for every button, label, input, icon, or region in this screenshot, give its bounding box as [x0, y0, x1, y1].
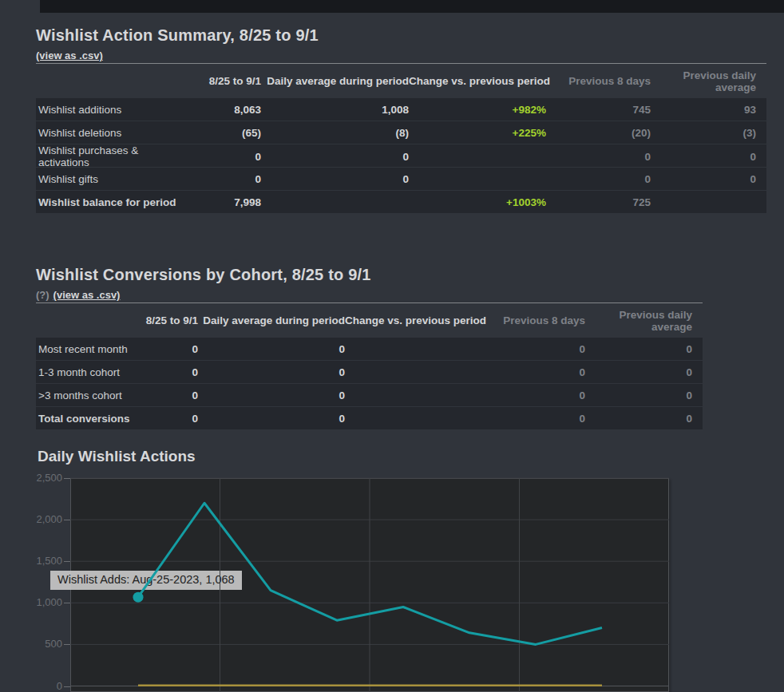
cohort-view-csv-link[interactable]: (view as .csv) — [53, 289, 121, 301]
y-axis-label: 2,500 — [0, 472, 62, 484]
cohort-table: 8/25 to 9/1 Daily average during period … — [36, 303, 703, 429]
y-axis-tick — [64, 478, 70, 479]
daily-wishlist-actions-chart: Wishlist Adds: Aug-25-2023, 1,068 2,5002… — [0, 478, 784, 692]
top-dark-strip — [40, 0, 784, 13]
summary-view-csv-link[interactable]: (view as .csv) — [36, 49, 103, 61]
table-row-wishlist-balance: Wishlist balance for period 7,998 +1003%… — [36, 191, 766, 213]
y-axis-tick — [64, 603, 70, 603]
table-row-wishlist-deletions: Wishlist deletions (65) (8) +225% (20) (… — [36, 121, 766, 144]
table-row-wishlist-gifts: Wishlist gifts 0 0 0 0 — [36, 168, 766, 190]
cohort-table-header: 8/25 to 9/1 Daily average during period … — [36, 303, 703, 338]
summary-title: Wishlist Action Summary, 8/25 to 9/1 — [36, 25, 766, 45]
col-period: 8/25 to 9/1 — [192, 75, 261, 87]
summary-table: 8/25 to 9/1 Daily average during period … — [36, 64, 766, 213]
y-axis-label: 0 — [0, 680, 62, 692]
cohort-title: Wishlist Conversions by Cohort, 8/25 to … — [36, 264, 703, 285]
table-row-1-3-month-cohort: 1-3 month cohort 0 0 0 0 — [36, 361, 703, 383]
table-row-total-conversions: Total conversions 0 0 0 0 — [36, 407, 703, 429]
col-previous-daily-average: Previous daily average — [651, 69, 756, 93]
y-axis-tick — [64, 644, 70, 645]
hovered-data-point — [133, 592, 144, 603]
y-axis-label: 2,000 — [0, 513, 62, 526]
chart-title: Daily Wishlist Actions — [38, 448, 196, 465]
y-axis-tick — [64, 561, 70, 562]
y-axis-tick — [64, 520, 70, 520]
table-row-3-months-cohort: >3 months cohort 0 0 0 0 — [36, 384, 703, 406]
col-change: Change vs. previous period — [409, 75, 546, 87]
table-row-wishlist-additions: Wishlist additions 8,063 1,008 +982% 745… — [36, 98, 766, 121]
col-previous-8-days: Previous 8 days — [546, 75, 651, 87]
table-row-wishlist-purchases: Wishlist purchases & activations 0 0 0 0 — [36, 144, 766, 167]
y-axis-label: 1,000 — [0, 596, 62, 609]
y-axis-label: 1,500 — [0, 555, 62, 567]
cohort-section: Wishlist Conversions by Cohort, 8/25 to … — [36, 264, 703, 430]
y-axis-tick — [64, 686, 70, 687]
summary-section: Wishlist Action Summary, 8/25 to 9/1 (vi… — [36, 25, 766, 214]
y-axis-label: 500 — [0, 638, 62, 650]
table-row-most-recent-month: Most recent month 0 0 0 0 — [36, 338, 703, 360]
help-icon[interactable]: (?) — [36, 289, 49, 301]
col-daily-average: Daily average during period — [261, 75, 409, 87]
chart-lines[interactable] — [70, 478, 669, 692]
summary-table-header: 8/25 to 9/1 Daily average during period … — [36, 64, 766, 98]
